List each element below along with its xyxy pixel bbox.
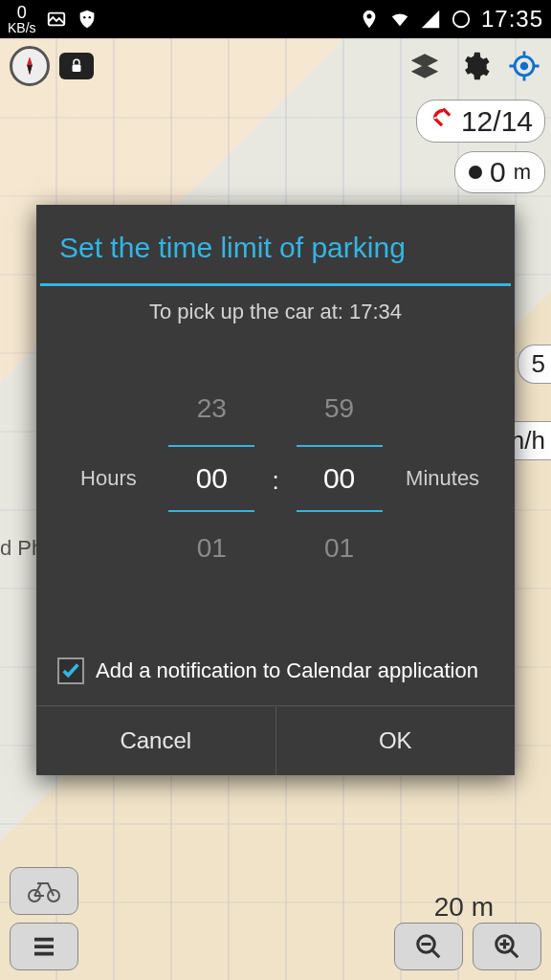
minutes-prev[interactable]: 59 — [324, 372, 354, 445]
hours-label: Hours — [65, 466, 151, 491]
minutes-picker[interactable]: 59 00 01 — [297, 372, 383, 585]
minutes-selected[interactable]: 00 — [297, 445, 383, 512]
hours-selected[interactable]: 00 — [168, 445, 254, 512]
hours-next[interactable]: 01 — [197, 512, 227, 585]
checkbox-checked-icon[interactable] — [57, 657, 84, 684]
hours-prev[interactable]: 23 — [197, 372, 227, 445]
minutes-label: Minutes — [400, 466, 486, 491]
dialog-scrim: Set the time limit of parking To pick up… — [0, 0, 551, 980]
calendar-notification-row[interactable]: Add a notification to Calendar applicati… — [36, 642, 515, 706]
dialog-title: Set the time limit of parking — [36, 205, 515, 283]
dialog-buttons: Cancel OK — [36, 706, 515, 775]
checkbox-label: Add a notification to Calendar applicati… — [96, 658, 478, 683]
ok-button[interactable]: OK — [276, 706, 516, 775]
dialog-subtitle: To pick up the car at: 17:34 — [36, 286, 515, 334]
minutes-next[interactable]: 01 — [324, 512, 354, 585]
cancel-button[interactable]: Cancel — [36, 706, 276, 775]
hours-picker[interactable]: 23 00 01 — [168, 372, 254, 585]
parking-time-dialog: Set the time limit of parking To pick up… — [36, 205, 515, 775]
time-picker: Hours 23 00 01 : 59 00 01 Minutes — [36, 334, 515, 642]
time-colon: : — [272, 462, 278, 496]
